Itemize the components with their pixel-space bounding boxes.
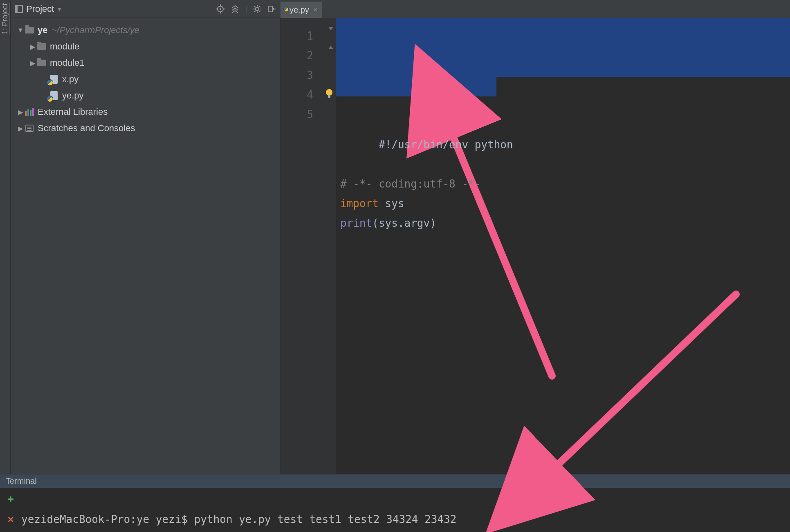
- expand-arrow-icon[interactable]: ▼: [16, 27, 25, 34]
- fold-region-top-icon[interactable]: [327, 27, 334, 34]
- svg-rect-17: [268, 6, 272, 12]
- tree-item-label: Scratches and Consoles: [38, 123, 135, 134]
- tree-folder-module[interactable]: ▶ module: [11, 38, 280, 55]
- line-number[interactable]: 1: [281, 26, 313, 46]
- collapse-all-icon[interactable]: [231, 4, 240, 13]
- folder-icon: [37, 58, 47, 68]
- code-area[interactable]: #!/usr/bin/env python # -*- coding:utf-8…: [336, 18, 790, 474]
- code-line-2[interactable]: # -*- coding:utf-8 -*-: [336, 174, 790, 194]
- folder-icon: [25, 25, 34, 35]
- python-file-icon: [49, 74, 59, 84]
- close-terminal-icon[interactable]: ×: [7, 513, 13, 526]
- code-editor[interactable]: 1 2 3 4 5 #!/usr/bin/env python # -*- co…: [281, 18, 790, 474]
- tree-scratches[interactable]: ▶ Scratches and Consoles: [11, 120, 280, 136]
- editor-tab-label: ye.py: [290, 5, 309, 15]
- terminal-output[interactable]: yezideMacBook-Pro:ye yezi$ python ye.py …: [21, 488, 790, 532]
- toolbar-divider: |: [245, 5, 247, 13]
- tree-item-label: x.py: [62, 74, 79, 85]
- python-file-icon: [49, 91, 59, 101]
- gear-icon[interactable]: [253, 4, 262, 13]
- terminal-command-line: yezideMacBook-Pro:ye yezi$ python ye.py …: [21, 513, 456, 525]
- svg-point-3: [220, 8, 221, 10]
- svg-line-14: [259, 11, 260, 12]
- new-terminal-icon[interactable]: +: [7, 493, 14, 506]
- svg-rect-19: [328, 95, 330, 98]
- tree-root[interactable]: ▼ ye ~/PycharmProjects/ye: [11, 22, 280, 38]
- tree-item-label: module1: [50, 58, 84, 68]
- fold-column[interactable]: [325, 18, 336, 474]
- project-tool-tab[interactable]: 1: Project: [1, 0, 9, 40]
- fold-region-bottom-icon[interactable]: [327, 46, 334, 52]
- folder-icon: [37, 42, 47, 51]
- locate-icon[interactable]: [216, 4, 225, 13]
- terminal-panel: + × yezideMacBook-Pro:ye yezi$ python ye…: [0, 488, 790, 532]
- tree-root-path: ~/PycharmProjects/ye: [52, 25, 139, 36]
- expand-arrow-icon[interactable]: ▶: [29, 43, 37, 51]
- hide-panel-icon[interactable]: [267, 4, 276, 13]
- svg-line-16: [259, 6, 260, 7]
- expand-arrow-icon[interactable]: ▶: [16, 125, 25, 132]
- scratches-icon: [25, 123, 34, 133]
- project-panel-icon: [15, 5, 23, 13]
- line-number[interactable]: 5: [281, 105, 313, 124]
- terminal-side-toolbar: + ×: [0, 488, 21, 532]
- intention-bulb-icon[interactable]: [324, 72, 774, 134]
- libraries-icon: [25, 107, 34, 117]
- svg-line-13: [254, 6, 256, 7]
- line-number[interactable]: 3: [281, 65, 313, 85]
- project-tool-header: Project ▼ |: [11, 0, 281, 18]
- svg-point-8: [256, 7, 259, 11]
- close-tab-icon[interactable]: ×: [313, 6, 318, 14]
- svg-rect-1: [15, 5, 18, 13]
- chevron-down-icon: ▼: [56, 6, 62, 12]
- project-tree[interactable]: ▼ ye ~/PycharmProjects/ye ▶ module ▶ mod…: [11, 18, 281, 474]
- expand-arrow-icon[interactable]: ▶: [29, 59, 37, 67]
- code-line-5[interactable]: [336, 233, 790, 253]
- code-line-1[interactable]: #!/usr/bin/env python: [336, 26, 790, 174]
- tree-file-yepy[interactable]: ye.py: [11, 87, 280, 104]
- editor-tab-bar: ye.py ×: [281, 0, 790, 18]
- svg-point-18: [326, 89, 332, 96]
- tree-root-name: ye: [38, 25, 47, 36]
- editor-tab-yepy[interactable]: ye.py ×: [281, 2, 322, 18]
- tree-item-label: module: [50, 41, 79, 52]
- code-line-3[interactable]: import sys: [336, 194, 790, 213]
- tree-folder-module1[interactable]: ▶ module1: [11, 55, 280, 71]
- line-number[interactable]: 4: [281, 85, 313, 105]
- editor-gutter[interactable]: 1 2 3 4 5: [281, 18, 325, 474]
- terminal-header-label: Terminal: [6, 476, 37, 486]
- tree-item-label: External Libraries: [38, 107, 108, 117]
- code-line-4[interactable]: print(sys.argv): [336, 213, 790, 233]
- terminal-header[interactable]: Terminal: [0, 474, 790, 488]
- line-number[interactable]: 2: [281, 46, 313, 65]
- svg-line-15: [254, 11, 256, 12]
- tree-item-label: ye.py: [62, 90, 84, 101]
- left-tool-strip: 1: Project: [0, 0, 11, 474]
- project-header-title[interactable]: Project ▼: [26, 4, 62, 14]
- expand-arrow-icon[interactable]: ▶: [16, 108, 25, 116]
- tree-external-libraries[interactable]: ▶ External Libraries: [11, 104, 280, 120]
- tree-file-xpy[interactable]: x.py: [11, 71, 280, 87]
- project-title-label: Project: [26, 4, 54, 14]
